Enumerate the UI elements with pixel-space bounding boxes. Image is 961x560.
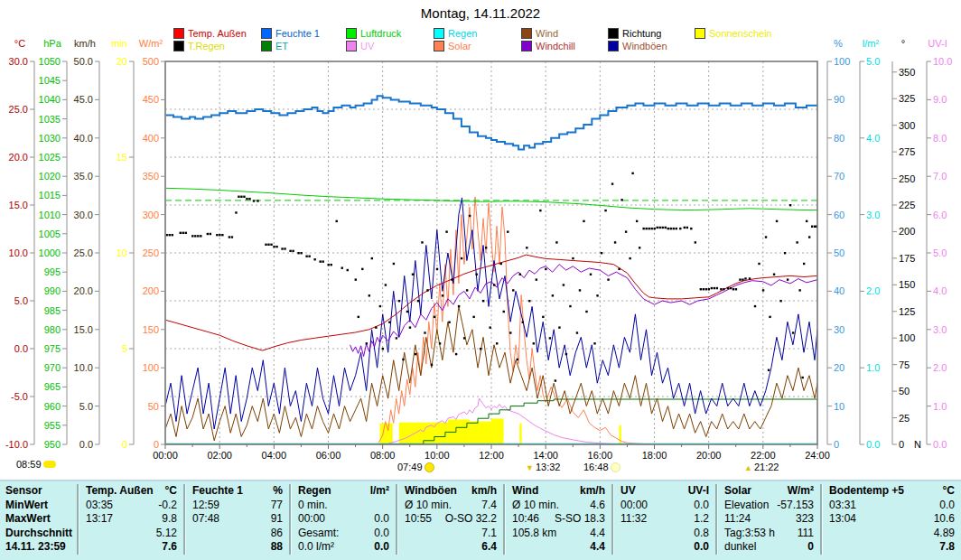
svg-text:6.0: 6.0 (933, 210, 947, 220)
sensor-unit: km/h (580, 484, 605, 499)
stats-row-label: MaxWert (0, 512, 77, 527)
stats-column-uv: UVUV-I00:000.011:321.20.80.0 (611, 484, 715, 555)
stats-cell-value: 0.0 (939, 499, 955, 513)
svg-text:60: 60 (834, 210, 844, 220)
stats-cell: 86 (185, 527, 289, 541)
stats-cell-value: 4.6 (590, 499, 605, 513)
svg-text:50: 50 (834, 247, 844, 258)
svg-text:985: 985 (44, 305, 61, 316)
stats-cell-label: Ø 10 min. (512, 499, 559, 513)
svg-text:20:00: 20:00 (696, 450, 722, 461)
stats-cell-value: 6.4 (481, 540, 497, 555)
svg-text:hPa: hPa (43, 38, 61, 49)
stats-column-header: Bodentemp +5°C (822, 484, 961, 499)
stats-cell: dunkel0 (717, 540, 820, 555)
stats-cell-label: 105.8 km (512, 527, 556, 541)
stats-cell-value: 7.1 (481, 527, 497, 541)
svg-text:75: 75 (899, 359, 910, 370)
svg-text:10: 10 (117, 247, 127, 258)
stats-cell-label: dunkel (724, 540, 756, 555)
stats-cell: 00:000.0 (613, 499, 715, 513)
svg-text:00:00: 00:00 (153, 450, 178, 461)
sun-cloud-icon (43, 461, 56, 468)
stats-cell-label: 11:24 (724, 512, 751, 527)
stats-cell-value: 7.6 (162, 540, 177, 555)
svg-text:min: min (111, 38, 127, 49)
stats-cell-value: 4.89 (934, 527, 955, 541)
svg-text:150: 150 (143, 324, 159, 335)
svg-text:0: 0 (154, 439, 159, 450)
moonset-time: 13:32 (536, 462, 561, 472)
svg-text:30.0: 30.0 (74, 210, 93, 220)
stats-cell: 88 (185, 540, 289, 555)
svg-text:20.0: 20.0 (9, 152, 28, 163)
svg-text:0: 0 (122, 439, 127, 450)
stats-cell-label: 10:55 (405, 512, 432, 527)
svg-text:1035: 1035 (39, 114, 61, 125)
svg-text:%: % (834, 38, 843, 49)
svg-text:W/m²: W/m² (139, 38, 163, 49)
sensor-name: Wind (512, 484, 538, 499)
sensor-name: Temp. Außen (86, 484, 154, 499)
svg-text:4.0: 4.0 (933, 285, 947, 296)
svg-text:24:00: 24:00 (805, 450, 830, 461)
stats-column-header: Temp. Außen°C (79, 484, 183, 499)
stats-cell: 12:5977 (185, 499, 289, 513)
svg-text:960: 960 (44, 401, 61, 412)
stats-cell-label: Tag:3:53 h (724, 527, 775, 541)
svg-text:0: 0 (899, 439, 904, 450)
svg-text:5.0: 5.0 (14, 295, 28, 306)
svg-text:20: 20 (834, 362, 844, 373)
stats-cell: 6.4 (397, 540, 503, 555)
stats-cell-value: 88 (271, 540, 283, 555)
stats-row-label: MinWert (0, 499, 77, 513)
stats-cell: 03:310.0 (822, 499, 961, 513)
svg-text:200: 200 (143, 285, 159, 296)
svg-text:90: 90 (834, 94, 844, 105)
stats-cell-label: 11:32 (620, 512, 647, 527)
weather-chart: °C-10.0-5.00.05.010.015.020.025.030.0hPa… (0, 0, 961, 480)
svg-text:0: 0 (834, 439, 839, 450)
stats-cell-label: 13:04 (829, 512, 856, 527)
weather-chart-window: Montag, 14.11.2022 Temp. AußenFeuchte 1L… (0, 0, 961, 560)
svg-text:1.0: 1.0 (866, 362, 880, 373)
stats-cell-value: 0.0 (694, 540, 709, 555)
svg-text:20: 20 (117, 56, 127, 67)
stats-cell-value: -57.153 (777, 499, 814, 513)
svg-text:15.0: 15.0 (9, 200, 28, 210)
day-length-annotation: 08:59 (16, 459, 56, 470)
stats-cell: 4.4 (505, 540, 611, 555)
sunrise-annotation: 07:49 (397, 462, 434, 472)
svg-text:250: 250 (143, 247, 159, 258)
svg-text:15.0: 15.0 (74, 324, 93, 335)
svg-text:70: 70 (834, 171, 844, 182)
svg-text:0.0: 0.0 (14, 343, 28, 354)
sensor-unit: °C (165, 484, 177, 499)
stats-cell: 0.8 (613, 527, 715, 541)
moonrise-annotation: 21:22 (744, 462, 779, 472)
stats-cell: 5.12 (79, 527, 183, 541)
svg-text:100: 100 (899, 332, 915, 343)
moonset-annotation: 13:32 (526, 462, 560, 472)
svg-text:04:00: 04:00 (262, 450, 287, 461)
svg-text:100: 100 (834, 56, 850, 67)
stats-column-wind: Windkm/hØ 10 min.4.610:46S-SO 18.3105.8 … (503, 484, 611, 555)
stats-cell-value: 0 (807, 540, 814, 555)
svg-text:1030: 1030 (39, 133, 61, 144)
svg-text:965: 965 (44, 381, 61, 392)
svg-text:15: 15 (117, 152, 127, 163)
svg-text:80: 80 (834, 133, 844, 144)
svg-text:20.0: 20.0 (74, 285, 93, 296)
svg-text:30: 30 (834, 324, 844, 335)
svg-text:175: 175 (899, 253, 915, 264)
svg-text:08:00: 08:00 (370, 450, 396, 461)
svg-text:°: ° (901, 38, 905, 49)
stats-cell: 4.89 (822, 527, 961, 541)
stats-row-label: 14.11. 23:59 (0, 540, 77, 555)
svg-text:5.0: 5.0 (866, 56, 880, 67)
stats-cell: 13:0410.6 (822, 512, 961, 527)
svg-text:18:00: 18:00 (642, 450, 667, 461)
svg-text:450: 450 (143, 94, 159, 105)
svg-text:9.0: 9.0 (933, 94, 947, 105)
svg-text:25.0: 25.0 (74, 247, 93, 258)
